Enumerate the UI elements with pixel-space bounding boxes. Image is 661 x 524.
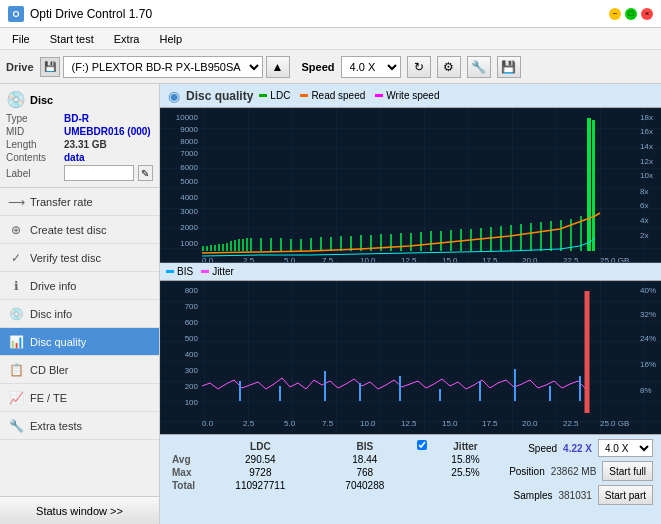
type-label: Type bbox=[6, 113, 64, 124]
svg-rect-37 bbox=[226, 243, 228, 251]
svg-text:100: 100 bbox=[185, 398, 199, 407]
svg-text:0.0: 0.0 bbox=[202, 256, 214, 262]
svg-rect-59 bbox=[410, 233, 412, 251]
bis-legend: BIS Jitter bbox=[160, 263, 661, 281]
disc-label-input[interactable] bbox=[64, 165, 134, 181]
svg-text:16%: 16% bbox=[640, 360, 656, 369]
sidebar: 💿 Disc Type BD-R MID UMEBDR016 (000) Len… bbox=[0, 84, 160, 524]
fe-te-icon: 📈 bbox=[8, 391, 24, 405]
svg-text:17.5: 17.5 bbox=[482, 419, 498, 428]
svg-text:22.5: 22.5 bbox=[563, 256, 579, 262]
svg-rect-70 bbox=[520, 224, 522, 251]
speed-select2[interactable]: 4.0 X bbox=[598, 439, 653, 457]
svg-text:9000: 9000 bbox=[180, 125, 198, 134]
status-window-button[interactable]: Status window >> bbox=[0, 496, 159, 524]
svg-rect-57 bbox=[390, 234, 392, 251]
disc-mid: UMEBDR016 (000) bbox=[64, 126, 151, 137]
svg-rect-40 bbox=[238, 239, 240, 251]
eject-button[interactable]: ▲ bbox=[266, 56, 290, 78]
tools-button[interactable]: 🔧 bbox=[467, 56, 491, 78]
start-part-button[interactable]: Start part bbox=[598, 485, 653, 505]
maximize-button[interactable]: □ bbox=[625, 8, 637, 20]
nav-label-disc-quality: Disc quality bbox=[30, 336, 86, 348]
legend-ldc-label: LDC bbox=[270, 90, 290, 101]
svg-rect-50 bbox=[320, 237, 322, 251]
title-bar: O Opti Drive Control 1.70 − □ × bbox=[0, 0, 661, 28]
svg-text:7.5: 7.5 bbox=[322, 256, 334, 262]
settings-button[interactable]: ⚙ bbox=[437, 56, 461, 78]
sidebar-item-extra-tests[interactable]: 🔧 Extra tests bbox=[0, 412, 159, 440]
svg-text:4000: 4000 bbox=[180, 193, 198, 202]
svg-rect-77 bbox=[587, 118, 591, 251]
row-avg-jitter: 15.8% bbox=[432, 453, 499, 466]
svg-rect-31 bbox=[202, 246, 204, 251]
menu-file[interactable]: File bbox=[4, 31, 38, 47]
menu-help[interactable]: Help bbox=[151, 31, 190, 47]
row-max-label: Max bbox=[168, 466, 203, 479]
start-full-button[interactable]: Start full bbox=[602, 461, 653, 481]
contents-label: Contents bbox=[6, 152, 64, 163]
row-total-bis: 7040288 bbox=[318, 479, 412, 492]
refresh-button[interactable]: ↻ bbox=[407, 56, 431, 78]
charts: 10000 9000 8000 7000 6000 5000 4000 3000… bbox=[160, 108, 661, 434]
svg-text:25.0 GB: 25.0 GB bbox=[600, 256, 629, 262]
row-max-bis: 768 bbox=[318, 466, 412, 479]
svg-text:7.5: 7.5 bbox=[322, 419, 334, 428]
nav-label-disc-info: Disc info bbox=[30, 308, 72, 320]
sidebar-item-verify-test-disc[interactable]: ✓ Verify test disc bbox=[0, 244, 159, 272]
col-jitter: Jitter bbox=[432, 439, 499, 453]
col-ldc: LDC bbox=[203, 439, 318, 453]
legend-ldc-dot bbox=[259, 94, 267, 97]
save-button[interactable]: 💾 bbox=[497, 56, 521, 78]
close-button[interactable]: × bbox=[641, 8, 653, 20]
svg-rect-72 bbox=[540, 222, 542, 251]
menu-bar: File Start test Extra Help bbox=[0, 28, 661, 50]
sidebar-item-create-test-disc[interactable]: ⊕ Create test disc bbox=[0, 216, 159, 244]
svg-text:10.0: 10.0 bbox=[360, 419, 376, 428]
svg-rect-74 bbox=[560, 220, 562, 251]
app-title: Opti Drive Control 1.70 bbox=[30, 7, 152, 21]
sidebar-item-disc-info[interactable]: 💿 Disc info bbox=[0, 300, 159, 328]
verify-test-disc-icon: ✓ bbox=[8, 251, 24, 265]
svg-text:40%: 40% bbox=[640, 286, 656, 295]
nav-label-transfer-rate: Transfer rate bbox=[30, 196, 93, 208]
sidebar-item-disc-quality[interactable]: 📊 Disc quality bbox=[0, 328, 159, 356]
svg-rect-73 bbox=[550, 221, 552, 251]
sidebar-item-cd-bler[interactable]: 📋 CD Bler bbox=[0, 356, 159, 384]
length-label: Length bbox=[6, 139, 64, 150]
bis-label: BIS bbox=[177, 266, 193, 277]
svg-rect-34 bbox=[214, 245, 216, 251]
disc-label-edit-button[interactable]: ✎ bbox=[138, 165, 153, 181]
svg-text:700: 700 bbox=[185, 302, 199, 311]
nav-label-verify-test-disc: Verify test disc bbox=[30, 252, 101, 264]
svg-text:10x: 10x bbox=[640, 171, 653, 180]
sidebar-item-transfer-rate[interactable]: ⟶ Transfer rate bbox=[0, 188, 159, 216]
svg-text:25.0 GB: 25.0 GB bbox=[600, 419, 629, 428]
minimize-button[interactable]: − bbox=[609, 8, 621, 20]
nav-label-drive-info: Drive info bbox=[30, 280, 76, 292]
svg-rect-78 bbox=[592, 120, 595, 251]
menu-extra[interactable]: Extra bbox=[106, 31, 148, 47]
speed-select[interactable]: 4.0 X bbox=[341, 56, 401, 78]
svg-rect-69 bbox=[510, 225, 512, 251]
svg-text:800: 800 bbox=[185, 286, 199, 295]
sidebar-item-drive-info[interactable]: ℹ Drive info bbox=[0, 272, 159, 300]
svg-text:8000: 8000 bbox=[180, 137, 198, 146]
svg-text:4x: 4x bbox=[640, 216, 648, 225]
svg-text:10.0: 10.0 bbox=[360, 256, 376, 262]
disc-panel: 💿 Disc Type BD-R MID UMEBDR016 (000) Len… bbox=[0, 84, 159, 188]
menu-start-test[interactable]: Start test bbox=[42, 31, 102, 47]
svg-text:5.0: 5.0 bbox=[284, 419, 296, 428]
svg-text:20.0: 20.0 bbox=[522, 419, 538, 428]
sidebar-item-fe-te[interactable]: 📈 FE / TE bbox=[0, 384, 159, 412]
drive-select[interactable]: (F:) PLEXTOR BD-R PX-LB950SA 1.06 bbox=[63, 56, 263, 78]
svg-text:12x: 12x bbox=[640, 157, 653, 166]
jitter-checkbox[interactable] bbox=[417, 440, 427, 450]
svg-rect-36 bbox=[222, 244, 224, 251]
svg-text:16x: 16x bbox=[640, 127, 653, 136]
speed-col-label: Speed bbox=[528, 443, 557, 454]
svg-text:8%: 8% bbox=[640, 386, 652, 395]
stats-right: Speed 4.22 X 4.0 X Position 23862 MB Sta… bbox=[509, 439, 653, 520]
disc-contents: data bbox=[64, 152, 85, 163]
col-bis: BIS bbox=[318, 439, 412, 453]
